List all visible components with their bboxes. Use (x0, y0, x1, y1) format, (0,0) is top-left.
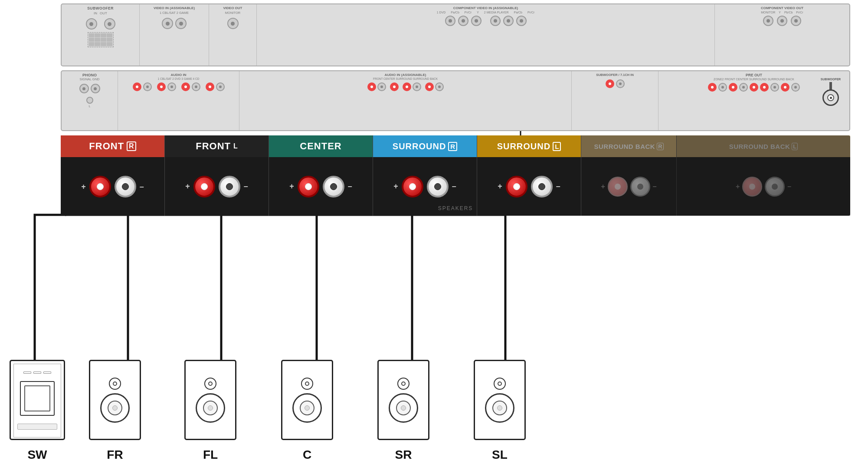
fl-label: FL (184, 448, 236, 462)
comp-in-pb1 (458, 16, 468, 26)
fr-plus-label: + (81, 183, 86, 191)
speaker-terminals-panel: FRONT R + – FRONT L + (61, 135, 850, 216)
surround-r-icon: R (448, 142, 457, 151)
comp-out-pr (791, 16, 801, 26)
sl-positive-terminal (506, 176, 527, 197)
preout-z2r (708, 83, 717, 92)
comp-in-pb2 (503, 16, 514, 26)
subwoofer-speaker (10, 360, 65, 440)
audio-in-4l (216, 82, 225, 91)
fr-negative-terminal (115, 176, 136, 197)
fr-minus-label: – (140, 183, 144, 191)
c-speaker (281, 360, 333, 440)
comp-in-pr1 (471, 16, 481, 26)
front-l-icon: L (233, 142, 238, 150)
audio-in-2l (167, 82, 176, 91)
surround-back-l-label: SURROUND BACK (729, 143, 790, 150)
preout-sbr (781, 83, 789, 92)
fl-speaker (184, 360, 236, 440)
subwoofer-71-section: SUBWOOFER / 7.1CH IN (572, 71, 658, 130)
video-in-1 (162, 18, 173, 29)
sl-minus-label: – (556, 182, 560, 191)
subwoofer-preout-label: SUBWOOFER (821, 78, 841, 81)
comp-in-y2 (490, 16, 501, 26)
remote-control-section: SUBWOOFER IN OUT (62, 4, 140, 66)
audio-in-3l (192, 82, 200, 91)
preout-z2l (718, 83, 727, 92)
sr-speaker (377, 360, 429, 440)
sr-minus-label: – (452, 182, 456, 191)
sw-label: SW (10, 448, 65, 462)
fl-plus-label: + (185, 182, 190, 191)
c-plus-label: + (289, 182, 294, 191)
remote-label: SUBWOOFER (87, 6, 114, 10)
comp-video-in-section: COMPONENT VIDEO IN (ASSIGNABLE) 1 DVDPa/… (257, 4, 715, 66)
video-in-assignable: VIDEO IN (ASSIGNABLE) 1 CBL/SAT 2 GAME (140, 4, 209, 66)
phono-l (79, 84, 89, 93)
assign-sr (403, 82, 411, 91)
center-label: CENTER (300, 141, 341, 152)
audio-in-assignable: AUDIO IN (ASSIGNABLE) FRONT CENTER SURRO… (239, 71, 572, 130)
phono-section: PHONO SIGNAL GND L (62, 71, 118, 130)
surround-back-r-icon: R (657, 143, 663, 150)
preout-c (750, 83, 758, 92)
c-positive-terminal (298, 176, 319, 197)
remote-out-jack (104, 18, 115, 30)
sl-speaker (474, 360, 526, 440)
surround-r-label: SURROUND (393, 141, 446, 151)
audio-in-2r (157, 82, 166, 91)
audio-in-4r (206, 82, 214, 91)
sub-71-jack (616, 79, 625, 88)
comp-out-y (763, 16, 773, 26)
c-negative-terminal (323, 176, 344, 197)
phono-r (91, 84, 100, 93)
preout-fr (729, 83, 737, 92)
subwoofer-rca-jack (822, 89, 839, 106)
comp-out-pb (777, 16, 787, 26)
c-label: C (281, 448, 333, 462)
surround-back-r-channel: SURROUND BACK R + – (581, 135, 677, 216)
comp-in-pr2 (516, 16, 527, 26)
comp-in-y1 (445, 16, 455, 26)
assign-sbr (425, 82, 434, 91)
front-r-channel: FRONT R + – (61, 135, 165, 216)
sr-negative-terminal (427, 176, 449, 197)
sr-label: SR (377, 448, 429, 462)
surround-r-channel: SURROUND R + – (373, 135, 477, 216)
surround-l-label: SURROUND (497, 141, 551, 151)
fr-speaker (89, 360, 141, 440)
remote-in-label: IN (94, 11, 97, 15)
surround-back-r-label: SURROUND BACK (594, 143, 655, 150)
audio-in-3r (181, 82, 190, 91)
video-out-section: VIDEO OUT MONITOR (209, 4, 257, 66)
preout-sr (760, 83, 769, 92)
fr-label: FR (89, 448, 141, 462)
sr-plus-label: + (393, 182, 398, 191)
preout-fl (739, 83, 748, 92)
audio-in-1l (143, 82, 152, 91)
center-channel: CENTER + – (269, 135, 373, 216)
front-r-icon: R (127, 141, 136, 151)
assign-sl (413, 82, 421, 91)
sl-label: SL (474, 448, 526, 462)
preout-sl (770, 83, 779, 92)
sr-positive-terminal (402, 176, 423, 197)
receiver-top-panel: SUBWOOFER IN OUT VIDEO IN (ASSIGNAB (61, 3, 850, 66)
fl-negative-terminal (219, 176, 240, 197)
assign-c (390, 82, 399, 91)
c-minus-label: – (348, 182, 352, 191)
fl-minus-label: – (244, 182, 248, 191)
audio-in-1r (133, 82, 141, 91)
remote-in-jack (86, 18, 97, 30)
sl-plus-label: + (498, 182, 502, 191)
fr-positive-terminal (89, 176, 111, 197)
assign-sbl (435, 82, 444, 91)
assign-fr (367, 82, 376, 91)
diagram: SUBWOOFER IN OUT VIDEO IN (ASSIGNAB (0, 0, 868, 467)
audio-in-section: AUDIO IN 1 CBL/SAT 2 DVD 3 GAME 4 CD (118, 71, 239, 130)
surround-back-l-channel: SURROUND BACK L + – (677, 135, 850, 216)
speakers-label: SPEAKERS (438, 205, 473, 211)
pre-out-section: PRE OUT ZONE2 FRONT CENTER SURROUND SURR… (658, 71, 849, 130)
receiver-bottom-panel: PHONO SIGNAL GND L AUDIO IN 1 CBL/SAT 2 … (61, 70, 850, 131)
surround-l-icon: L (553, 142, 561, 151)
